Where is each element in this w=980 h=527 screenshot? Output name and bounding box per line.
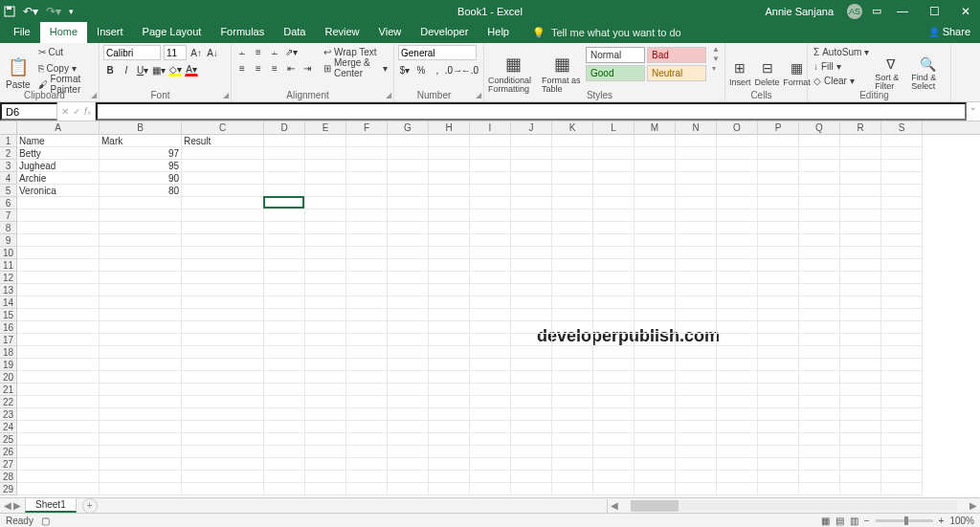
number-dialog-launcher[interactable]: ◢	[476, 91, 481, 99]
cell[interactable]	[676, 185, 717, 197]
cell[interactable]	[182, 384, 264, 396]
cell[interactable]	[511, 446, 552, 458]
tab-insert[interactable]: Insert	[87, 22, 133, 43]
cell[interactable]	[552, 234, 593, 247]
align-middle-icon[interactable]: ≡	[252, 45, 265, 58]
font-size-input[interactable]	[164, 45, 187, 60]
cell[interactable]	[182, 396, 264, 408]
cell[interactable]	[17, 209, 100, 222]
cell[interactable]	[593, 446, 635, 458]
cell[interactable]	[182, 309, 264, 321]
cell[interactable]	[429, 296, 470, 309]
cell[interactable]	[593, 471, 635, 483]
cell[interactable]: Mark	[100, 135, 182, 147]
cell[interactable]	[264, 334, 305, 346]
cell[interactable]	[840, 284, 881, 296]
cell[interactable]	[881, 309, 923, 321]
cell[interactable]	[346, 408, 388, 421]
cell[interactable]	[305, 272, 346, 284]
cell[interactable]	[17, 309, 100, 321]
cell[interactable]	[346, 433, 388, 446]
cell[interactable]	[552, 371, 593, 384]
cell[interactable]	[758, 284, 799, 296]
wrap-text-button[interactable]: ↩Wrap Text	[322, 45, 390, 58]
cell[interactable]	[635, 471, 676, 483]
cell[interactable]	[305, 247, 346, 259]
row-header-1[interactable]: 1	[0, 135, 17, 147]
expand-formula-bar-icon[interactable]: ⌄	[967, 102, 980, 121]
cell[interactable]	[552, 147, 593, 160]
tab-formulas[interactable]: Formulas	[211, 22, 274, 43]
cell[interactable]	[346, 384, 388, 396]
cell[interactable]	[635, 346, 676, 359]
cell[interactable]	[676, 359, 717, 371]
cell[interactable]	[346, 172, 388, 185]
cell[interactable]	[346, 234, 388, 247]
cell[interactable]	[593, 272, 635, 284]
tab-developer[interactable]: Developer	[411, 22, 478, 43]
cell[interactable]	[676, 334, 717, 346]
zoom-out-button[interactable]: −	[864, 516, 870, 526]
cell[interactable]	[593, 421, 635, 433]
cell[interactable]	[593, 197, 635, 209]
cell[interactable]	[799, 433, 840, 446]
cell[interactable]	[676, 234, 717, 247]
underline-button[interactable]: U▾	[136, 63, 149, 77]
decrease-font-icon[interactable]: A↓	[206, 46, 219, 59]
cell[interactable]	[717, 359, 758, 371]
cell[interactable]	[182, 296, 264, 309]
cell[interactable]	[511, 433, 552, 446]
cell[interactable]	[552, 172, 593, 185]
cell[interactable]	[17, 346, 100, 359]
cell[interactable]	[511, 296, 552, 309]
cell[interactable]	[470, 471, 511, 483]
cell[interactable]	[182, 284, 264, 296]
row-header-8[interactable]: 8	[0, 222, 17, 234]
cell[interactable]	[758, 160, 799, 172]
cell[interactable]	[429, 321, 470, 334]
cell[interactable]	[552, 259, 593, 272]
cell[interactable]	[593, 222, 635, 234]
cancel-formula-icon[interactable]: ✕	[61, 106, 69, 117]
cell[interactable]	[758, 359, 799, 371]
cell[interactable]	[264, 433, 305, 446]
fill-color-button[interactable]: ◇▾	[168, 63, 182, 77]
cell[interactable]	[305, 296, 346, 309]
cell[interactable]	[346, 272, 388, 284]
cell[interactable]	[881, 408, 923, 421]
close-button[interactable]: ✕	[955, 5, 976, 18]
cell[interactable]	[388, 384, 429, 396]
align-left-icon[interactable]: ≡	[235, 61, 249, 75]
cell[interactable]	[552, 433, 593, 446]
cell[interactable]	[17, 396, 100, 408]
cell[interactable]	[552, 222, 593, 234]
cell[interactable]	[388, 296, 429, 309]
cell[interactable]	[305, 185, 346, 197]
cell[interactable]	[635, 185, 676, 197]
font-color-button[interactable]: A▾	[185, 63, 198, 77]
tab-view[interactable]: View	[369, 22, 412, 43]
cell[interactable]	[840, 209, 881, 222]
orientation-icon[interactable]: ⇗▾	[284, 45, 298, 58]
cell[interactable]	[100, 359, 182, 371]
cell[interactable]	[635, 296, 676, 309]
cell[interactable]	[799, 185, 840, 197]
cell[interactable]	[100, 197, 182, 209]
cell[interactable]	[17, 483, 100, 495]
cell[interactable]	[758, 222, 799, 234]
cell[interactable]	[593, 185, 635, 197]
cell[interactable]	[799, 421, 840, 433]
format-painter-button[interactable]: 🖌Format Painter	[36, 77, 95, 91]
style-normal[interactable]: Normal	[586, 47, 645, 63]
cell[interactable]	[552, 483, 593, 495]
cell[interactable]	[593, 309, 635, 321]
cell[interactable]	[635, 160, 676, 172]
cell[interactable]	[182, 483, 264, 495]
cell[interactable]	[17, 296, 100, 309]
cell[interactable]	[676, 408, 717, 421]
row-header-22[interactable]: 22	[0, 396, 17, 408]
cell[interactable]	[264, 197, 305, 209]
cell[interactable]	[635, 247, 676, 259]
cell[interactable]	[676, 247, 717, 259]
cell[interactable]	[17, 458, 100, 471]
